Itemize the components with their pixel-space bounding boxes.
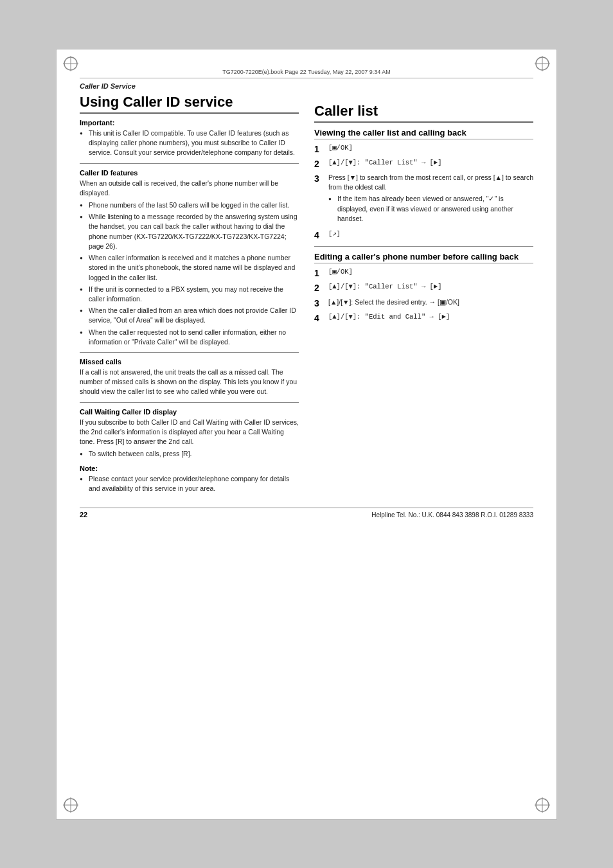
step-1: 1 [▣/OK] (314, 143, 533, 155)
step-num-4: 4 (314, 229, 326, 241)
step-3: 3 Press [▼] to search from the most rece… (314, 173, 533, 226)
file-meta: TG7200-7220E(e).book Page 22 Tuesday, Ma… (80, 69, 533, 78)
step-content-1: [▣/OK] (328, 143, 533, 153)
list-item: Phone numbers of the last 50 callers wil… (80, 200, 299, 210)
view-section-heading: Viewing the caller list and calling back (314, 128, 533, 139)
step-content-3: Press [▼] to search from the most recent… (328, 173, 533, 226)
edit-step-content-3: [▲]/[▼]: Select the desired entry. → [▣/… (328, 297, 533, 307)
divider (80, 352, 299, 353)
document-page: TG7200-7220E(e).book Page 22 Tuesday, Ma… (56, 49, 557, 820)
call-waiting-heading: Call Waiting Caller ID display (80, 408, 299, 416)
call-waiting-text: If you subscribe to both Caller ID and C… (80, 418, 299, 447)
step-num-3: 3 (314, 173, 326, 184)
reg-mark-tr (533, 55, 551, 73)
list-item: If the unit is connected to a PBX system… (80, 285, 299, 304)
list-item: When the caller requested not to send ca… (80, 328, 299, 347)
missed-calls-text: If a call is not answered, the unit trea… (80, 368, 299, 397)
edit-step-content-1: [▣/OK] (328, 267, 533, 277)
list-item: While listening to a message recorded by… (80, 212, 299, 251)
call-waiting-bullets: To switch between calls, press [R]. (80, 449, 299, 459)
step-4: 4 [↗] (314, 229, 533, 241)
left-main-heading: Using Caller ID service (80, 94, 299, 114)
step-2: 2 [▲]/[▼]: "Caller List" → [►] (314, 158, 533, 170)
step-num-2: 2 (314, 158, 326, 170)
edit-step-1: 1 [▣/OK] (314, 267, 533, 279)
divider (314, 246, 533, 247)
important-label: Important: (80, 119, 299, 127)
edit-step-3: 3 [▲]/[▼]: Select the desired entry. → [… (314, 297, 533, 309)
edit-step-content-2: [▲]/[▼]: "Caller List" → [►] (328, 282, 533, 292)
page-footer: 22 Helpline Tel. No.: U.K. 0844 843 3898… (80, 508, 533, 518)
caller-id-bullets: Phone numbers of the last 50 callers wil… (80, 200, 299, 347)
edit-step-2: 2 [▲]/[▼]: "Caller List" → [►] (314, 282, 533, 294)
left-column: Using Caller ID service Important: This … (80, 94, 299, 497)
edit-step-num-2: 2 (314, 282, 326, 294)
divider (80, 402, 299, 403)
caller-id-features-heading: Caller ID features (80, 169, 299, 177)
right-column: Caller list Viewing the caller list and … (314, 94, 533, 497)
step-content-4: [↗] (328, 229, 533, 239)
note-label: Note: (80, 465, 299, 472)
helpline-text: Helpline Tel. No.: U.K. 0844 843 3898 R.… (371, 511, 533, 518)
edit-section-heading: Editing a caller's phone number before c… (314, 252, 533, 263)
reg-mark-bl (62, 796, 80, 814)
missed-calls-heading: Missed calls (80, 358, 299, 366)
reg-mark-tl (62, 55, 80, 73)
list-item: When the caller dialled from an area whi… (80, 306, 299, 325)
step-num-1: 1 (314, 143, 326, 155)
edit-step-num-1: 1 (314, 267, 326, 279)
step-3-bullets: If the item has already been viewed or a… (328, 194, 533, 224)
edit-step-content-4: [▲]/[▼]: "Edit and Call" → [►] (328, 312, 533, 322)
caller-id-features-intro: When an outside call is received, the ca… (80, 179, 299, 198)
list-item: This unit is Caller ID compatible. To us… (80, 128, 299, 158)
edit-step-4: 4 [▲]/[▼]: "Edit and Call" → [►] (314, 312, 533, 324)
note-bullets: Please contact your service provider/tel… (80, 474, 299, 493)
list-item: If the item has already been viewed or a… (328, 194, 533, 224)
list-item: When caller information is received and … (80, 253, 299, 283)
edit-step-num-4: 4 (314, 312, 326, 324)
reg-mark-br (533, 796, 551, 814)
divider (80, 163, 299, 164)
step-content-2: [▲]/[▼]: "Caller List" → [►] (328, 158, 533, 168)
page-number: 22 (80, 511, 87, 518)
right-main-heading: Caller list (314, 103, 533, 123)
edit-step-num-3: 3 (314, 297, 326, 309)
important-bullets: This unit is Caller ID compatible. To us… (80, 128, 299, 158)
list-item: Please contact your service provider/tel… (80, 474, 299, 493)
list-item: To switch between calls, press [R]. (80, 449, 299, 459)
section-label: Caller ID Service (80, 82, 533, 90)
